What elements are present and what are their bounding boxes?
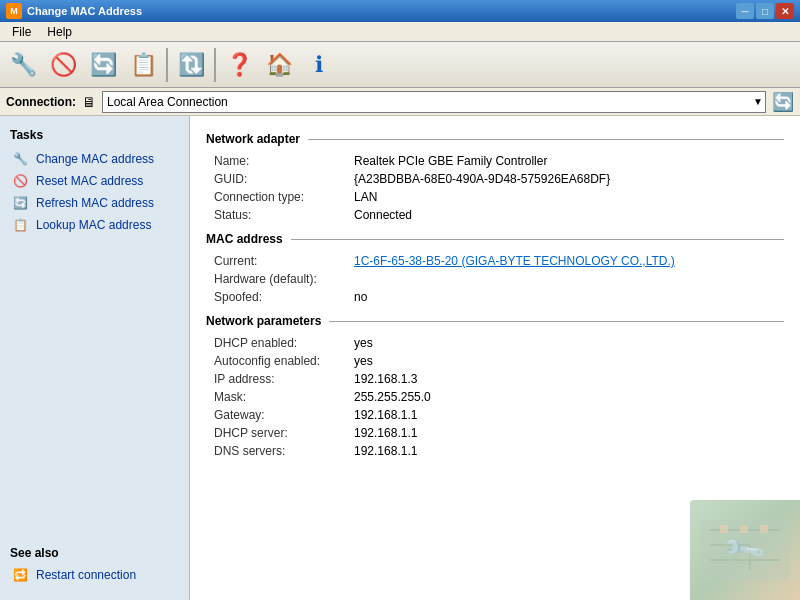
main-layout: Tasks 🔧 Change MAC address 🚫 Reset MAC a…: [0, 116, 800, 600]
mac-spoofed-label: Spoofed:: [214, 290, 354, 304]
mac-current-label: Current:: [214, 254, 354, 268]
dhcp-enabled-label: DHCP enabled:: [214, 336, 354, 350]
menu-bar: File Help: [0, 22, 800, 42]
adapter-status-label: Status:: [214, 208, 354, 222]
dns-servers-label: DNS servers:: [214, 444, 354, 458]
sidebar-item-lookup-mac[interactable]: 📋 Lookup MAC address: [0, 214, 189, 236]
network-params-divider: [329, 321, 784, 322]
toolbar-lookup-mac[interactable]: 📋: [124, 46, 162, 84]
mask-label: Mask:: [214, 390, 354, 404]
network-adapter-header: Network adapter: [206, 132, 784, 146]
minimize-button[interactable]: ─: [736, 3, 754, 19]
mac-address-header: MAC address: [206, 232, 784, 246]
svg-rect-7: [760, 525, 768, 533]
sidebar-item-reset-mac[interactable]: 🚫 Reset MAC address: [0, 170, 189, 192]
network-adapter-title: Network adapter: [206, 132, 300, 146]
toolbar-refresh-mac[interactable]: 🔄: [84, 46, 122, 84]
sidebar-item-restart-conn[interactable]: 🔁 Restart connection: [10, 564, 179, 586]
adapter-guid-value: {A23BDBBA-68E0-490A-9D48-575926EA68DF}: [354, 172, 610, 186]
refresh-mac-sidebar-icon: 🔄: [10, 195, 30, 211]
toolbar-help[interactable]: ❓: [220, 46, 258, 84]
toolbar-sep-1: [166, 48, 168, 82]
adapter-name-row: Name: Realtek PCIe GBE Family Controller: [206, 154, 784, 168]
title-bar: M Change MAC Address ─ □ ✕: [0, 0, 800, 22]
connection-refresh-button[interactable]: 🔄: [772, 91, 794, 113]
restart-conn-icon: 🔁: [10, 567, 30, 583]
connection-bar: Connection: 🖥 Local Area Connection ▼ 🔄: [0, 88, 800, 116]
toolbar: 🔧 🚫 🔄 📋 🔃 ❓ 🏠 ℹ: [0, 42, 800, 88]
see-also-section: See also 🔁 Restart connection: [0, 538, 189, 592]
svg-rect-5: [720, 525, 728, 533]
connection-icon: 🖥: [82, 94, 96, 110]
mask-value: 255.255.255.0: [354, 390, 431, 404]
sidebar-spacer: [0, 236, 189, 538]
dns-servers-value: 192.168.1.1: [354, 444, 417, 458]
sidebar-item-change-mac[interactable]: 🔧 Change MAC address: [0, 148, 189, 170]
lookup-mac-icon: 📋: [130, 52, 157, 78]
ip-address-value: 192.168.1.3: [354, 372, 417, 386]
gateway-row: Gateway: 192.168.1.1: [206, 408, 784, 422]
adapter-conntype-label: Connection type:: [214, 190, 354, 204]
network-adapter-divider: [308, 139, 784, 140]
reset-mac-icon: 🚫: [50, 52, 77, 78]
dropdown-arrow-icon: ▼: [753, 96, 763, 107]
network-params-header: Network parameters: [206, 314, 784, 328]
ip-address-label: IP address:: [214, 372, 354, 386]
see-also-title: See also: [10, 546, 179, 560]
sidebar-item-reset-mac-label: Reset MAC address: [36, 174, 143, 188]
mac-spoofed-row: Spoofed: no: [206, 290, 784, 304]
connection-refresh-icon: 🔄: [772, 91, 794, 113]
autoconfig-value: yes: [354, 354, 373, 368]
mac-address-divider: [291, 239, 784, 240]
menu-help[interactable]: Help: [39, 23, 80, 41]
change-mac-icon: 🔧: [10, 52, 37, 78]
dhcp-server-value: 192.168.1.1: [354, 426, 417, 440]
adapter-status-row: Status: Connected: [206, 208, 784, 222]
tasks-title: Tasks: [0, 124, 189, 148]
toolbar-sep-2: [214, 48, 216, 82]
toolbar-change-mac[interactable]: 🔧: [4, 46, 42, 84]
close-button[interactable]: ✕: [776, 3, 794, 19]
toolbar-reset-mac[interactable]: 🚫: [44, 46, 82, 84]
gateway-value: 192.168.1.1: [354, 408, 417, 422]
ip-address-row: IP address: 192.168.1.3: [206, 372, 784, 386]
toolbar-home[interactable]: 🏠: [260, 46, 298, 84]
window-title: Change MAC Address: [27, 5, 736, 17]
mac-spoofed-value: no: [354, 290, 367, 304]
home-icon: 🏠: [266, 52, 293, 78]
reset-mac-sidebar-icon: 🚫: [10, 173, 30, 189]
connection-dropdown[interactable]: Local Area Connection ▼: [102, 91, 766, 113]
connection-value: Local Area Connection: [107, 95, 228, 109]
toolbar-update[interactable]: 🔃: [172, 46, 210, 84]
sidebar-item-refresh-mac-label: Refresh MAC address: [36, 196, 154, 210]
watermark-inner: 🔧: [690, 500, 800, 600]
mac-current-value[interactable]: 1C-6F-65-38-B5-20 (GIGA-BYTE TECHNOLOGY …: [354, 254, 675, 268]
change-mac-sidebar-icon: 🔧: [10, 151, 30, 167]
content-area: Network adapter Name: Realtek PCIe GBE F…: [190, 116, 800, 600]
sidebar: Tasks 🔧 Change MAC address 🚫 Reset MAC a…: [0, 116, 190, 600]
mask-row: Mask: 255.255.255.0: [206, 390, 784, 404]
update-icon: 🔃: [178, 52, 205, 78]
toolbar-about[interactable]: ℹ: [300, 46, 338, 84]
adapter-guid-row: GUID: {A23BDBBA-68E0-490A-9D48-575926EA6…: [206, 172, 784, 186]
connection-label: Connection:: [6, 95, 76, 109]
menu-file[interactable]: File: [4, 23, 39, 41]
maximize-button[interactable]: □: [756, 3, 774, 19]
sidebar-item-lookup-mac-label: Lookup MAC address: [36, 218, 151, 232]
dhcp-enabled-value: yes: [354, 336, 373, 350]
refresh-mac-icon: 🔄: [90, 52, 117, 78]
mac-address-title: MAC address: [206, 232, 283, 246]
app-icon: M: [6, 3, 22, 19]
gateway-label: Gateway:: [214, 408, 354, 422]
adapter-conntype-row: Connection type: LAN: [206, 190, 784, 204]
mac-hardware-row: Hardware (default):: [206, 272, 784, 286]
adapter-name-label: Name:: [214, 154, 354, 168]
adapter-name-value: Realtek PCIe GBE Family Controller: [354, 154, 547, 168]
mac-hardware-label: Hardware (default):: [214, 272, 354, 286]
dhcp-server-row: DHCP server: 192.168.1.1: [206, 426, 784, 440]
watermark-svg: 🔧: [690, 500, 800, 600]
lookup-mac-sidebar-icon: 📋: [10, 217, 30, 233]
sidebar-item-refresh-mac[interactable]: 🔄 Refresh MAC address: [0, 192, 189, 214]
dhcp-server-label: DHCP server:: [214, 426, 354, 440]
adapter-conntype-value: LAN: [354, 190, 377, 204]
